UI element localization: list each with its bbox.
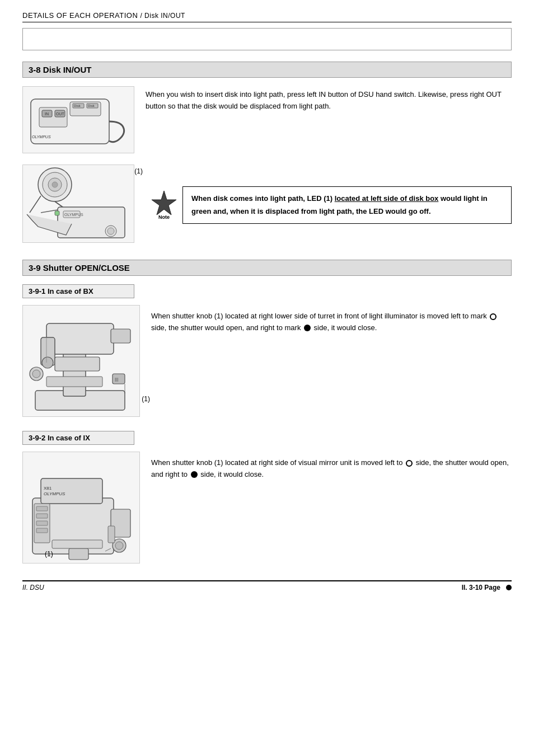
footer-left: II. DSU <box>22 584 44 591</box>
svg-text:OLYMPUS: OLYMPUS <box>44 491 65 496</box>
svg-rect-55 <box>108 526 115 543</box>
subsection-ix: 3-9-2 In case of IX OLYMPUS X81 <box>22 431 512 564</box>
ix-content-row: OLYMPUS X81 <box>22 452 512 564</box>
header-main-title: DETAILS OF EACH OPERATION <box>22 11 138 20</box>
diskbox-label-1: (1) <box>134 167 143 175</box>
section-disk-inout: 3-8 Disk IN/OUT IN OUT OLYMPUS Disk <box>22 62 512 243</box>
circle-filled-ix <box>191 471 198 478</box>
bx-text: When shutter knob (1) located at right l… <box>151 305 512 334</box>
disk-note-row: OLYMPUS (1) Note <box>22 165 512 243</box>
svg-text:Disk: Disk <box>74 104 81 107</box>
note-container: Note When disk comes into light path, LE… <box>146 186 512 223</box>
svg-rect-29 <box>46 323 114 354</box>
svg-line-17 <box>30 196 41 213</box>
bx-image-container: ||| (1) <box>22 305 140 417</box>
circle-open-bx <box>490 313 496 320</box>
dsu-image: IN OUT OLYMPUS Disk Disk <box>22 86 134 153</box>
svg-point-31 <box>42 357 53 368</box>
svg-text:|||: ||| <box>115 377 118 382</box>
diskbox-image: OLYMPUS <box>22 165 134 243</box>
note-star-area: Note <box>146 186 182 223</box>
ix-image-container: OLYMPUS X81 <box>22 452 140 564</box>
subsection-heading-bx: 3-9-1 In case of BX <box>22 284 134 298</box>
ix-image: OLYMPUS X81 <box>22 452 140 564</box>
bx-content-row: ||| (1) <box>22 305 512 417</box>
footer-right-area: II. 3-10 Page <box>462 584 512 591</box>
subsection-heading-ix: 3-9-2 In case of IX <box>22 431 134 445</box>
disk-inout-content: IN OUT OLYMPUS Disk Disk When you wish t… <box>22 86 512 153</box>
footer-page: II. 3-10 Page <box>462 584 500 591</box>
bx-label-1: (1) <box>142 395 150 403</box>
svg-rect-46 <box>36 506 48 511</box>
page-header: DETAILS OF EACH OPERATION / Disk IN/OUT <box>22 11 512 22</box>
svg-text:OUT: OUT <box>56 112 65 116</box>
ix-text: When shutter knob (1) located at right s… <box>151 452 512 481</box>
page-footer: II. DSU II. 3-10 Page <box>22 580 512 591</box>
bx-image: ||| <box>22 305 140 417</box>
svg-point-38 <box>32 370 40 378</box>
section-heading-shutter: 3-9 Shutter OPEN/CLOSE <box>22 260 512 276</box>
svg-rect-47 <box>36 514 48 518</box>
disk-inout-text: When you wish to insert disk into light … <box>146 86 512 112</box>
section-shutter: 3-9 Shutter OPEN/CLOSE 3-9-1 In case of … <box>22 260 512 564</box>
svg-rect-19 <box>55 211 59 215</box>
svg-text:IN: IN <box>45 112 49 116</box>
svg-point-15 <box>52 182 58 187</box>
svg-text:OLYMPUS: OLYMPUS <box>64 213 83 217</box>
svg-text:X81: X81 <box>44 486 52 491</box>
svg-marker-25 <box>152 191 176 215</box>
circle-open-ix <box>406 460 413 467</box>
note-text: When disk comes into light path, LED (1)… <box>191 194 488 215</box>
header-box <box>22 28 512 50</box>
ix-label-1: (1) <box>45 550 53 558</box>
header-title: DETAILS OF EACH OPERATION / Disk IN/OUT <box>22 11 512 20</box>
subsection-bx: 3-9-1 In case of BX <box>22 284 512 417</box>
svg-text:Note: Note <box>158 214 170 220</box>
svg-point-52 <box>115 542 123 550</box>
svg-rect-53 <box>69 548 88 560</box>
circle-filled-bx <box>304 325 311 331</box>
svg-text:Disk: Disk <box>88 104 95 107</box>
note-text-box: When disk comes into light path, LED (1)… <box>182 186 512 223</box>
section-heading-disk: 3-8 Disk IN/OUT <box>22 62 512 78</box>
footer-dot <box>506 585 512 590</box>
svg-rect-36 <box>46 377 102 387</box>
svg-rect-48 <box>36 521 48 525</box>
svg-point-23 <box>107 228 114 234</box>
header-subtitle: / Disk IN/OUT <box>140 12 185 20</box>
svg-rect-32 <box>111 329 130 343</box>
svg-rect-54 <box>52 540 102 548</box>
svg-rect-35 <box>55 357 100 371</box>
svg-text:OLYMPUS: OLYMPUS <box>32 135 51 139</box>
diskbox-image-container: OLYMPUS (1) <box>22 165 134 243</box>
svg-rect-49 <box>36 528 48 533</box>
